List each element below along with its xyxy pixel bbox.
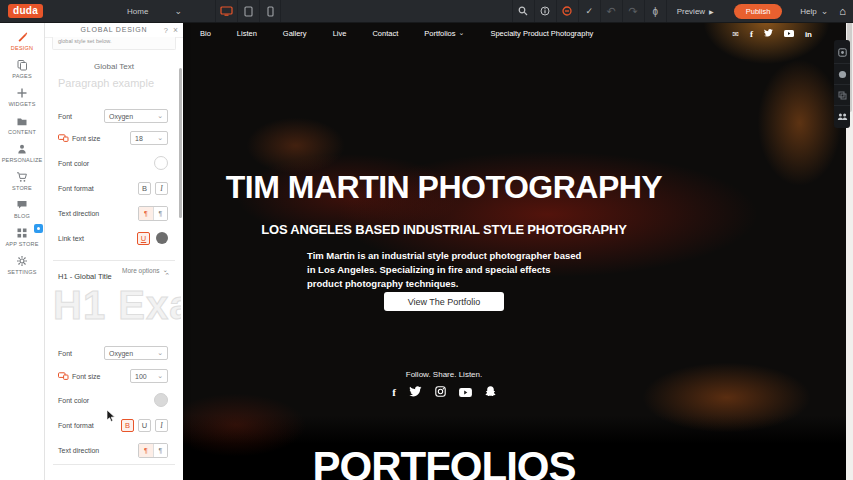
- site-preview-canvas[interactable]: Bio Listen Gallery Live Contact Portfoli…: [183, 22, 846, 480]
- twitter-icon[interactable]: [764, 29, 773, 39]
- sidebar-item-blog[interactable]: BLOG: [0, 195, 44, 223]
- font-format-label: Font format: [58, 422, 94, 429]
- chevron-down-icon: ⌄: [174, 7, 182, 16]
- publish-button[interactable]: Publish: [734, 4, 783, 19]
- hero-subtitle[interactable]: LOS ANGELES BASED INDUSTRIAL STYLE PHOTO…: [183, 222, 705, 237]
- undo-icon[interactable]: ↶: [600, 0, 622, 22]
- h1-font-size-select[interactable]: 100 ⌄: [130, 369, 168, 383]
- link-text-label: Link text: [58, 235, 84, 242]
- direction-ltr-button[interactable]: ¶: [139, 444, 153, 457]
- sidebar-item-personalize[interactable]: PERSONALIZE: [0, 139, 44, 167]
- twitter-icon[interactable]: [409, 383, 422, 401]
- sidebar-item-settings[interactable]: SETTINGS: [0, 251, 44, 279]
- facebook-icon[interactable]: f: [750, 29, 753, 39]
- hero-title[interactable]: TIM MARTIN PHOTOGRAPHY: [183, 169, 705, 206]
- bold-button[interactable]: B: [121, 419, 134, 432]
- comments-icon[interactable]: [834, 63, 850, 84]
- personalize-person-icon: [16, 143, 28, 155]
- link-underline-button[interactable]: U: [137, 232, 150, 245]
- nav-item-live[interactable]: Live: [320, 29, 360, 38]
- global-text-heading: Global Text: [45, 62, 183, 71]
- panel-close-icon[interactable]: ×: [173, 25, 178, 35]
- bold-button[interactable]: B: [138, 182, 151, 195]
- youtube-icon[interactable]: [784, 30, 794, 39]
- preview-label: Preview: [677, 7, 705, 16]
- capture-icon[interactable]: [834, 42, 850, 63]
- device-desktop-button[interactable]: [215, 0, 237, 22]
- dev-mode-icon[interactable]: ɸ: [644, 0, 666, 22]
- youtube-icon[interactable]: [459, 383, 472, 401]
- widgets-plus-icon: [16, 87, 28, 99]
- nav-item-portfolios[interactable]: Portfolios ⌄: [411, 29, 477, 38]
- page-selector-dropdown[interactable]: Home ⌄: [127, 7, 197, 16]
- nav-item-specialty[interactable]: Specialty Product Photography: [477, 29, 606, 38]
- panel-help-icon[interactable]: ?: [164, 26, 168, 35]
- linkedin-icon[interactable]: in: [805, 30, 812, 39]
- sidebar-item-design[interactable]: DESIGN: [0, 27, 44, 55]
- font-row: Font Oxygen ⌄: [58, 108, 168, 124]
- sidebar-item-app-store[interactable]: APP STORE: [0, 223, 44, 251]
- help-label: Help: [800, 7, 816, 16]
- h1-text-direction-row: Text direction ¶ ¶: [58, 442, 168, 458]
- panel-scrollbar[interactable]: [179, 68, 182, 218]
- direction-rtl-button[interactable]: ¶: [153, 444, 167, 457]
- sidebar-item-widgets[interactable]: WIDGETS: [0, 83, 44, 111]
- facebook-icon[interactable]: f: [392, 386, 396, 398]
- device-mobile-button[interactable]: [259, 0, 281, 22]
- font-color-swatch[interactable]: [154, 156, 168, 170]
- sidebar-item-pages[interactable]: PAGES: [0, 55, 44, 83]
- store-cart-icon: [16, 171, 28, 183]
- sidebar-item-content[interactable]: CONTENT: [0, 111, 44, 139]
- italic-button[interactable]: I: [155, 182, 168, 195]
- redo-icon[interactable]: ↷: [622, 0, 644, 22]
- sidebar-item-label: SETTINGS: [7, 269, 36, 275]
- h1-font-row: Font Oxygen ⌄: [58, 345, 168, 361]
- h1-font-color-row: Font color: [58, 392, 168, 408]
- search-icon[interactable]: [512, 0, 534, 22]
- play-icon: ▶: [709, 8, 714, 15]
- font-select[interactable]: Oxygen ⌄: [104, 109, 168, 123]
- page-selector-value: Home: [127, 7, 148, 16]
- duda-logo[interactable]: duda: [8, 4, 43, 18]
- mouse-cursor: [106, 409, 116, 427]
- nav-item-bio[interactable]: Bio: [187, 29, 224, 38]
- sidebar-item-label: PAGES: [12, 73, 32, 79]
- hero-body-text[interactable]: Tim Martin is an industrial style produc…: [307, 249, 583, 291]
- font-format-row: Font format B I: [58, 180, 168, 196]
- snapchat-icon[interactable]: [485, 383, 496, 401]
- editor-sidebar: DESIGN PAGES WIDGETS CONTENT PERSONALIZE…: [0, 22, 45, 480]
- device-tablet-button[interactable]: [237, 0, 259, 22]
- sections-icon[interactable]: [834, 84, 850, 105]
- nav-item-listen[interactable]: Listen: [224, 29, 270, 38]
- font-size-select[interactable]: 18 ⌄: [130, 131, 168, 145]
- portfolios-section-heading[interactable]: PORTFOLIOS: [183, 443, 705, 480]
- link-text-row: Link text U: [58, 230, 168, 246]
- nav-item-contact[interactable]: Contact: [359, 29, 411, 38]
- pages-icon: [16, 59, 28, 71]
- sidebar-item-store[interactable]: STORE: [0, 167, 44, 195]
- hero-social-row: f: [183, 383, 705, 401]
- link-color-swatch[interactable]: [156, 232, 168, 244]
- view-portfolio-button[interactable]: View The Portfolio: [384, 292, 504, 311]
- help-dropdown[interactable]: Help ⌄: [792, 7, 836, 16]
- saved-check-icon: ✓: [578, 0, 600, 22]
- direction-rtl-button[interactable]: ¶: [153, 207, 167, 220]
- h1-font-color-swatch[interactable]: [154, 393, 168, 407]
- status-icon[interactable]: [556, 0, 578, 22]
- italic-button[interactable]: I: [155, 419, 168, 432]
- font-size-label: Font size: [72, 135, 100, 142]
- underline-button[interactable]: U: [138, 419, 151, 432]
- nav-item-gallery[interactable]: Gallery: [270, 29, 320, 38]
- direction-ltr-button[interactable]: ¶: [139, 207, 153, 220]
- preview-button[interactable]: Preview ▶: [666, 0, 724, 22]
- content-folder-icon: [16, 115, 28, 127]
- instagram-icon[interactable]: [435, 383, 446, 401]
- collaborators-icon[interactable]: [834, 105, 850, 126]
- info-icon[interactable]: [534, 0, 556, 22]
- sidebar-item-label: PERSONALIZE: [2, 157, 43, 163]
- mail-icon[interactable]: ✉: [732, 30, 739, 39]
- dashboard-home-icon[interactable]: ⌂: [839, 5, 846, 17]
- h1-font-select[interactable]: Oxygen ⌄: [104, 346, 168, 360]
- sidebar-item-label: WIDGETS: [8, 101, 35, 107]
- editor-topbar: duda Home ⌄ ✓ ↶ ↷ ɸ: [0, 0, 853, 23]
